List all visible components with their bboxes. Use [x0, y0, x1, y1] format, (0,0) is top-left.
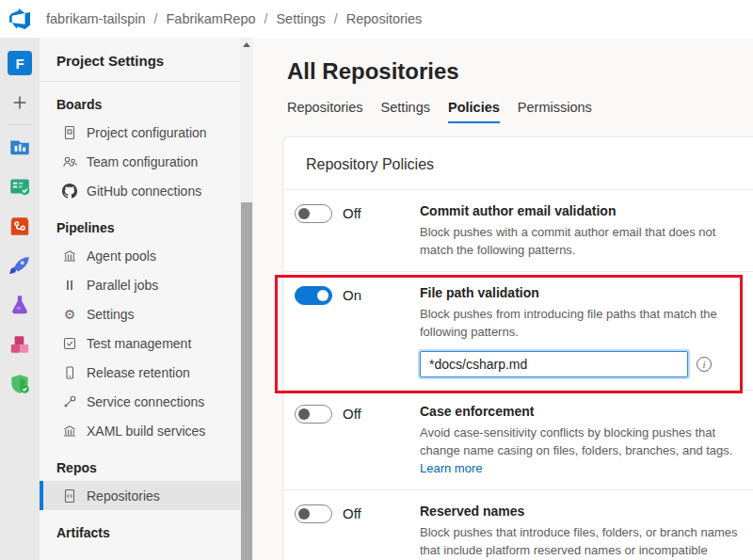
breadcrumb-project[interactable]: FabrikamRepo: [166, 11, 255, 26]
policy-description-text: Avoid case-sensitivity conflicts by bloc…: [420, 425, 732, 457]
policy-description-text: Block pushes that introduce files, folde…: [420, 525, 737, 560]
team-icon: [62, 154, 77, 169]
sidebar-item-label: Test management: [87, 336, 191, 351]
learn-more-link[interactable]: Learn more: [420, 461, 482, 475]
sidebar-item-test-management[interactable]: Test management: [40, 328, 240, 358]
policy-name: File path validation: [420, 285, 738, 300]
security-shield-icon[interactable]: [8, 372, 32, 396]
breadcrumb-separator: /: [154, 11, 158, 26]
breadcrumb-settings[interactable]: Settings: [276, 11, 325, 26]
toggle-reserved-names[interactable]: [295, 504, 332, 523]
azure-devops-logo-icon[interactable]: [9, 8, 30, 29]
tab-policies[interactable]: Policies: [448, 100, 500, 123]
policy-row-file-path-validation: On File path validation Block pushes fro…: [283, 271, 753, 390]
sidebar-item-label: Parallel jobs: [87, 278, 158, 293]
breadcrumb-repositories[interactable]: Repositories: [346, 11, 423, 26]
policy-row-case-enforcement: Off Case enforcement Avoid case-sensitiv…: [283, 390, 753, 489]
test-boards-icon[interactable]: [8, 174, 32, 199]
breadcrumb-separator: /: [334, 11, 338, 26]
pipelines-icon[interactable]: [8, 253, 32, 278]
sidebar-item-label: Project configuration: [87, 125, 207, 140]
test-plans-icon[interactable]: [8, 293, 32, 317]
tab-bar: Repositories Settings Policies Permissio…: [287, 100, 753, 123]
building-icon: [62, 424, 77, 439]
file-path-pattern-input[interactable]: [420, 351, 688, 377]
repos-icon[interactable]: [8, 214, 32, 238]
sidebar-item-xaml-build-services[interactable]: XAML build services: [40, 416, 240, 445]
breadcrumb-separator: /: [264, 11, 268, 26]
sidebar-item-label: GitHub connections: [87, 184, 201, 199]
code-file-icon: [62, 488, 77, 504]
sidebar-section-pipelines: Pipelines: [40, 205, 240, 241]
policy-row-reserved-names: Off Reserved names Block pushes that int…: [283, 489, 753, 560]
sidebar-section-boards: Boards: [40, 82, 240, 118]
document-gear-icon: [62, 125, 77, 140]
sidebar-item-label: Repositories: [87, 488, 160, 504]
sidebar-item-repositories[interactable]: Repositories: [40, 481, 240, 510]
tab-settings[interactable]: Settings: [381, 100, 430, 123]
sidebar-item-project-configuration[interactable]: Project configuration: [40, 118, 240, 147]
sidebar-item-github-connections[interactable]: GitHub connections: [40, 176, 240, 205]
main-content: All Repositories Repositories Settings P…: [253, 38, 753, 560]
policy-row-commit-author-email-validation: Off Commit author email validation Block…: [283, 190, 753, 271]
policy-description: Block pushes from introducing file paths…: [420, 305, 738, 341]
breadcrumb-bar: fabrikam-tailspin / FabrikamRepo / Setti…: [0, 0, 753, 38]
toggle-file-path-validation[interactable]: [295, 286, 332, 305]
toggle-commit-author-email-validation[interactable]: [295, 204, 332, 223]
sidebar-item-team-configuration[interactable]: Team configuration: [40, 147, 240, 176]
sidebar-item-label: Service connections: [87, 394, 204, 409]
device-icon: [62, 365, 77, 380]
policy-name: Case enforcement: [420, 404, 738, 419]
artifacts-icon[interactable]: [8, 332, 32, 357]
checkbox-icon: [62, 336, 77, 351]
sidebar-item-label: Release retention: [87, 365, 190, 380]
sidebar-item-label: XAML build services: [87, 424, 205, 439]
project-settings-sidebar: Project Settings Boards Project configur…: [40, 38, 240, 560]
gear-icon: ⚙: [62, 307, 77, 322]
rail-divider: [8, 124, 32, 125]
github-icon: [62, 184, 77, 199]
sidebar-section-repos: Repos: [40, 445, 240, 481]
scrollbar-thumb[interactable]: [241, 202, 252, 560]
building-icon: [62, 248, 77, 264]
policy-description: Block pushes that introduce files, folde…: [420, 523, 738, 560]
sidebar-item-release-retention[interactable]: Release retention: [40, 358, 240, 387]
info-icon[interactable]: [697, 357, 712, 372]
add-icon[interactable]: [8, 90, 32, 115]
sidebar-item-agent-pools[interactable]: Agent pools: [40, 241, 240, 270]
sidebar-item-parallel-jobs[interactable]: Parallel jobs: [40, 270, 240, 299]
sidebar-item-label: Agent pools: [87, 248, 156, 264]
boards-icon[interactable]: [8, 135, 32, 159]
policy-name: Reserved names: [420, 504, 738, 519]
toggle-case-enforcement[interactable]: [295, 405, 332, 424]
policy-description: Avoid case-sensitivity conflicts by bloc…: [420, 424, 738, 477]
sidebar-title: Project Settings: [40, 38, 240, 82]
sidebar-item-label: Team configuration: [87, 154, 198, 169]
azure-devops-window: fabrikam-tailspin / FabrikamRepo / Setti…: [0, 0, 753, 560]
toggle-state-label: Off: [343, 204, 361, 221]
sidebar-item-service-connections[interactable]: Service connections: [40, 387, 240, 416]
repository-policies-card: Repository Policies Off Commit author em…: [282, 136, 753, 560]
toggle-state-label: Off: [343, 405, 361, 422]
tab-permissions[interactable]: Permissions: [518, 100, 592, 123]
connector-icon: [62, 394, 77, 409]
card-title: Repository Policies: [283, 137, 753, 190]
breadcrumb-org[interactable]: fabrikam-tailspin: [46, 11, 146, 26]
toggle-state-label: On: [343, 286, 361, 303]
tab-repositories[interactable]: Repositories: [287, 100, 363, 123]
page-title: All Repositories: [287, 58, 753, 85]
scroll-up-arrow-icon[interactable]: [243, 42, 250, 47]
sidebar-item-label: Settings: [87, 307, 135, 322]
sidebar-item-settings[interactable]: ⚙ Settings: [40, 299, 240, 328]
sidebar-scrollbar[interactable]: [240, 38, 253, 560]
app-icon-rail: F: [0, 38, 40, 560]
sidebar-section-artifacts: Artifacts: [40, 510, 240, 546]
policy-description: Block pushes with a commit author email …: [420, 223, 738, 259]
project-avatar[interactable]: F: [8, 51, 32, 75]
toggle-state-label: Off: [343, 504, 361, 521]
policy-name: Commit author email validation: [420, 203, 738, 218]
parallel-bars-icon: [62, 278, 77, 293]
